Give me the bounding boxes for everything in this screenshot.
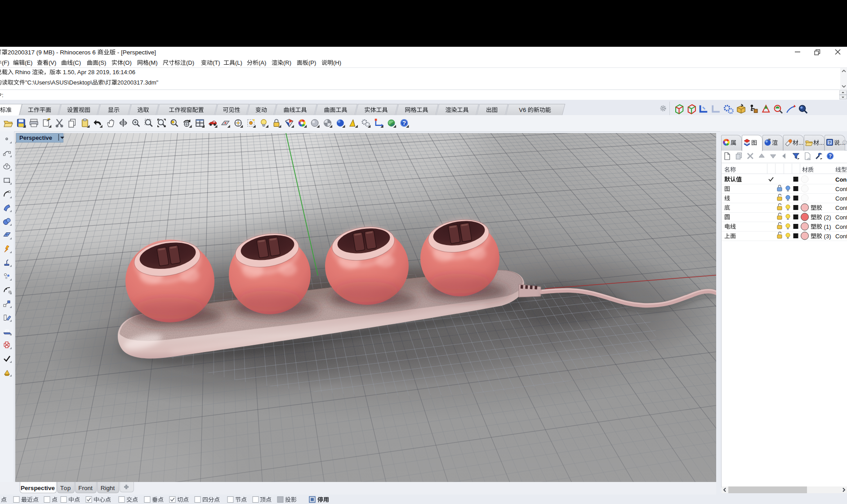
svg-text:?: ? xyxy=(402,120,406,126)
svg-text:Perspective: Perspective xyxy=(19,134,52,141)
